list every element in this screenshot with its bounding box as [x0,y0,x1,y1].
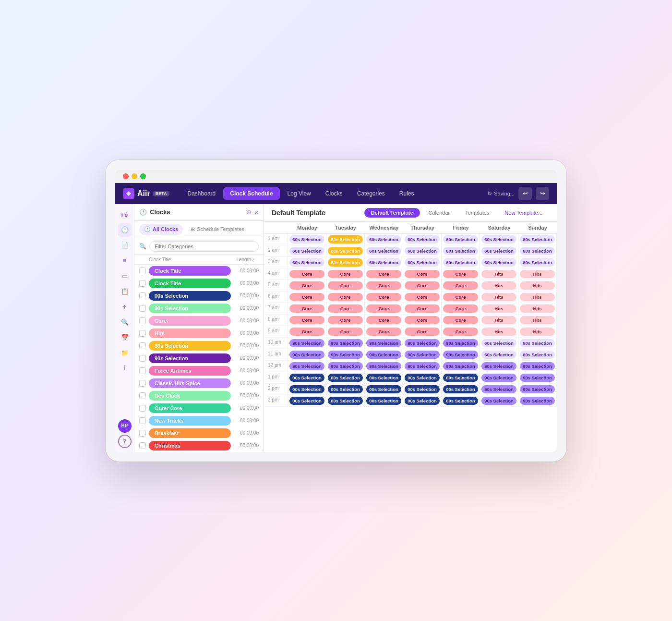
grid-cell[interactable]: Core [288,303,326,315]
sidebar-info-icon[interactable]: ℹ [118,362,132,375]
sidebar-clipboard-icon[interactable]: 📋 [118,285,132,298]
grid-cell[interactable]: 90s Selection [518,395,557,407]
grid-cell[interactable]: Core [403,326,442,338]
grid-cell[interactable]: 80s Selection [326,257,365,268]
grid-cell[interactable]: 90s Selection [326,361,365,372]
grid-cell[interactable]: 60s Selection [518,338,557,349]
grid-cell[interactable]: 90s Selection [365,349,403,361]
grid-cell[interactable]: Core [403,268,442,280]
minimize-button[interactable] [132,173,137,179]
clock-checkbox[interactable] [139,392,146,399]
grid-cell[interactable]: Core [442,315,480,326]
grid-cell[interactable]: Core [365,326,403,338]
grid-cell[interactable]: 60s Selection [365,245,403,257]
grid-cell[interactable]: Core [365,268,403,280]
sidebar-add-icon[interactable]: + [118,300,132,314]
clock-checkbox[interactable] [139,317,146,324]
maximize-button[interactable] [140,173,146,179]
grid-cell[interactable]: 90s Selection [442,361,480,372]
grid-cell[interactable]: 60s Selection [288,234,326,245]
clock-checkbox[interactable] [139,367,146,374]
grid-cell[interactable]: Core [403,280,442,292]
clock-badge[interactable]: Dev Clock [149,391,231,401]
close-button[interactable] [123,173,129,179]
grid-cell[interactable]: 60s Selection [442,245,480,257]
clock-badge[interactable]: Clock Title [149,279,231,288]
clock-badge[interactable]: Classic Hits Spice [149,378,231,388]
grid-cell[interactable]: 90s Selection [518,372,557,384]
grid-cell[interactable]: 00s Selection [288,395,326,407]
grid-cell[interactable]: 00s Selection [326,395,365,407]
nav-dashboard[interactable]: Dashboard [181,187,223,200]
clock-checkbox[interactable] [139,430,146,437]
grid-cell[interactable]: 00s Selection [326,384,365,395]
grid-cell[interactable]: Core [326,292,365,303]
nav-clock-schedule[interactable]: Clock Schedule [223,187,279,200]
sidebar-folder-icon[interactable]: 📁 [118,346,132,360]
grid-cell[interactable]: Core [365,303,403,315]
clock-checkbox[interactable] [139,292,146,299]
grid-cell[interactable]: Core [365,315,403,326]
grid-cell[interactable]: 60s Selection [480,245,518,257]
grid-cell[interactable]: 90s Selection [288,361,326,372]
filter-input[interactable] [149,241,259,252]
grid-cell[interactable]: Hits [480,315,518,326]
clock-checkbox[interactable] [139,405,146,412]
grid-cell[interactable]: Core [326,326,365,338]
grid-cell[interactable]: Hits [518,280,557,292]
clocks-settings-icon[interactable]: ⊕ [246,208,252,216]
grid-cell[interactable]: 00s Selection [403,384,442,395]
grid-cell[interactable]: 60s Selection [365,234,403,245]
grid-cell[interactable]: Hits [480,303,518,315]
grid-cell[interactable]: Core [442,326,480,338]
user-avatar[interactable]: BP [118,419,132,433]
grid-cell[interactable]: Hits [518,315,557,326]
clock-badge[interactable]: 90s Selection [149,353,231,363]
grid-cell[interactable]: 60s Selection [442,234,480,245]
tab-calendar[interactable]: Calendar [422,208,457,218]
clock-badge[interactable]: Force Airtimes [149,366,231,376]
grid-cell[interactable]: Core [442,292,480,303]
nav-log-view[interactable]: Log View [281,187,318,200]
grid-cell[interactable]: 60s Selection [288,257,326,268]
grid-cell[interactable]: 60s Selection [480,234,518,245]
grid-cell[interactable]: 60s Selection [518,245,557,257]
redo-button[interactable]: ↪ [536,187,549,200]
nav-rules[interactable]: Rules [393,187,421,200]
clock-checkbox[interactable] [139,380,146,387]
help-button[interactable]: ? [118,435,132,448]
grid-cell[interactable]: 90s Selection [442,349,480,361]
grid-cell[interactable]: 00s Selection [403,395,442,407]
grid-cell[interactable]: Hits [480,268,518,280]
tab-default-template[interactable]: Default Template [364,208,420,218]
clock-checkbox[interactable] [139,330,146,337]
grid-cell[interactable]: Core [288,315,326,326]
sidebar-clock-icon[interactable]: 🕐 [118,223,132,237]
clock-badge[interactable]: Breakfast [149,428,231,438]
grid-cell[interactable]: 90s Selection [365,338,403,349]
grid-cell[interactable]: Core [365,292,403,303]
grid-cell[interactable]: 60s Selection [480,257,518,268]
sidebar-grid-icon[interactable]: ▭ [118,269,132,283]
grid-cell[interactable]: 00s Selection [365,384,403,395]
clock-checkbox[interactable] [139,280,146,287]
tab-templates[interactable]: Templates [458,208,496,218]
grid-cell[interactable]: Core [442,303,480,315]
grid-cell[interactable]: Hits [518,268,557,280]
grid-cell[interactable]: Core [288,292,326,303]
grid-cell[interactable]: Core [442,280,480,292]
grid-cell[interactable]: Core [326,303,365,315]
grid-cell[interactable]: 60s Selection [403,245,442,257]
grid-cell[interactable]: 90s Selection [365,361,403,372]
grid-cell[interactable]: Core [403,292,442,303]
grid-cell[interactable]: 90s Selection [480,372,518,384]
nav-clocks[interactable]: Clocks [319,187,349,200]
clock-checkbox[interactable] [139,305,146,312]
clock-checkbox[interactable] [139,417,146,424]
clock-badge[interactable]: 80s Selection [149,341,231,351]
clock-checkbox[interactable] [139,442,146,449]
sidebar-calendar-icon[interactable]: 📅 [118,331,132,344]
grid-cell[interactable]: 60s Selection [518,234,557,245]
grid-cell[interactable]: Core [365,280,403,292]
grid-cell[interactable]: 90s Selection [518,361,557,372]
